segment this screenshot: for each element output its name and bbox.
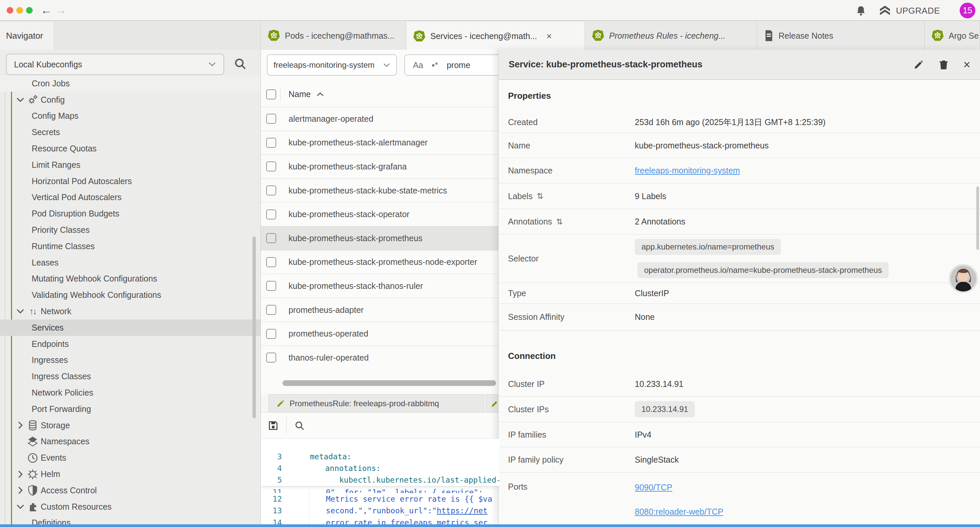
chevron-down-icon[interactable] xyxy=(15,309,26,314)
back-arrow-icon[interactable]: ← xyxy=(41,3,52,17)
tab-release-notes[interactable]: Release Notes xyxy=(757,22,924,50)
table-row[interactable]: kube-prometheus-stack-alertmanager xyxy=(261,131,500,155)
notification-count-badge[interactable]: 15 xyxy=(960,3,975,18)
sidebar-item-leases[interactable]: Leases xyxy=(0,255,261,271)
chevron-right-icon[interactable] xyxy=(15,486,26,495)
chevron-right-icon[interactable] xyxy=(15,421,26,430)
sidebar-item-config-maps[interactable]: Config Maps xyxy=(0,108,261,124)
sidebar-item-access-control[interactable]: Access Control xyxy=(0,482,261,498)
sidebar-item-namespaces[interactable]: Namespaces xyxy=(0,434,261,450)
upgrade-button[interactable]: UPGRADE xyxy=(878,4,940,18)
filter-input[interactable]: Aa ▪* prome xyxy=(404,54,500,76)
minimize-window-button[interactable] xyxy=(16,7,23,14)
sidebar-item-resource-quotas[interactable]: Resource Quotas xyxy=(0,140,261,157)
table-row[interactable]: kube-prometheus-stack-operator xyxy=(261,202,500,226)
sort-updown-icon[interactable]: ⇅ xyxy=(556,217,563,226)
match-case-icon[interactable]: Aa xyxy=(413,61,423,70)
editor-tab-partial[interactable] xyxy=(486,394,500,412)
row-checkbox[interactable] xyxy=(266,233,276,243)
notifications-bell-icon[interactable] xyxy=(854,5,867,18)
row-checkbox[interactable] xyxy=(266,161,276,172)
row-checkbox[interactable] xyxy=(266,257,276,267)
sort-ascending-icon[interactable] xyxy=(316,92,324,97)
tab-navigator[interactable]: Navigator xyxy=(0,22,54,50)
sidebar-item-ingress-classes[interactable]: Ingress Classes xyxy=(0,368,261,385)
tab-services-icecheng-math[interactable]: Services - icecheng@math...× xyxy=(406,22,585,51)
editor-tab-prometheusrule[interactable]: PrometheusRule: freeleaps-prod-rabbitmq xyxy=(269,394,484,412)
edit-pencil-icon[interactable] xyxy=(913,59,924,70)
sidebar-item-ingresses[interactable]: Ingresses xyxy=(0,352,261,369)
name-column-header[interactable]: Name xyxy=(288,89,311,99)
sidebar-item-vertical-pod-autoscalers[interactable]: Vertical Pod Autoscalers xyxy=(0,189,261,206)
table-row[interactable]: kube-prometheus-stack-grafana xyxy=(261,154,500,178)
assistant-avatar[interactable] xyxy=(949,264,978,293)
search-icon[interactable] xyxy=(234,57,247,70)
sidebar-item-definitions[interactable]: Definitions xyxy=(0,515,261,524)
sidebar-item-events[interactable]: Events xyxy=(0,450,261,466)
sidebar-item-config[interactable]: Config xyxy=(0,92,261,108)
sidebar-item-storage[interactable]: Storage xyxy=(0,417,261,434)
save-icon[interactable] xyxy=(267,420,279,431)
table-row[interactable]: prometheus-adapter xyxy=(261,298,500,322)
namespace-link[interactable]: freeleaps-monitoring-system xyxy=(635,166,740,175)
table-row[interactable]: kube-prometheus-stack-prometheus xyxy=(261,226,500,250)
sidebar-item-priority-classes[interactable]: Priority Classes xyxy=(0,222,261,238)
sidebar-item-runtime-classes[interactable]: Runtime Classes xyxy=(0,238,261,255)
table-row[interactable]: thanos-ruler-operated xyxy=(261,345,500,369)
editor-lines: 12Metrics service error rate is {{ $va13… xyxy=(261,493,500,524)
sidebar-item-custom-resources[interactable]: Custom Resources xyxy=(0,498,261,515)
sort-updown-icon[interactable]: ⇅ xyxy=(537,191,543,201)
sidebar-item-secrets[interactable]: Secrets xyxy=(0,124,261,140)
chevron-right-icon[interactable] xyxy=(15,470,26,479)
sidebar-item-validating-webhook-configurations[interactable]: Validating Webhook Configurations xyxy=(0,287,261,303)
select-all-checkbox[interactable] xyxy=(266,89,276,99)
chevron-down-icon[interactable] xyxy=(15,504,26,509)
sidebar-item-endpoints[interactable]: Endpoints xyxy=(0,336,261,352)
row-checkbox[interactable] xyxy=(266,281,276,291)
sidebar-item-port-forwarding[interactable]: Port Forwarding xyxy=(0,401,261,417)
forward-arrow-icon[interactable]: → xyxy=(56,3,67,17)
editor-search-icon[interactable] xyxy=(294,420,305,431)
sidebar-item-network-policies[interactable]: Network Policies xyxy=(0,385,261,401)
row-checkbox[interactable] xyxy=(266,329,276,339)
kubeconfig-select[interactable]: Local Kubeconfigs xyxy=(6,54,224,75)
delete-trash-icon[interactable] xyxy=(939,59,949,70)
sidebar-scrollbar[interactable] xyxy=(253,236,256,418)
sidebar-item-network[interactable]: ↑↓Network xyxy=(0,303,261,320)
port-link[interactable]: 9090/TCP xyxy=(635,482,673,492)
row-checkbox[interactable] xyxy=(266,114,276,124)
sidebar-item-label: Config xyxy=(41,95,65,105)
row-checkbox[interactable] xyxy=(266,138,276,148)
port-link[interactable]: 8080:reloader-web/TCP xyxy=(635,507,723,517)
tab-pods-icecheng-mathmas[interactable]: Pods - icecheng@mathmas... xyxy=(261,22,406,50)
yaml-editor[interactable]: 3metadata:4annotations:5kubectl.kubernet… xyxy=(261,439,500,524)
close-panel-icon[interactable]: × xyxy=(963,59,970,70)
row-checkbox[interactable] xyxy=(266,185,276,196)
sidebar-item-limit-ranges[interactable]: Limit Ranges xyxy=(0,157,261,173)
close-tab-icon[interactable]: × xyxy=(546,31,552,42)
tab-argo-se[interactable]: Argo Se xyxy=(924,22,980,50)
zoom-window-button[interactable] xyxy=(26,7,33,14)
horizontal-scrollbar[interactable] xyxy=(283,380,496,386)
sidebar-item-horizontal-pod-autoscalers[interactable]: Horizontal Pod Autoscalers xyxy=(0,173,261,189)
sidebar-item-helm[interactable]: Helm xyxy=(0,466,261,482)
table-row[interactable]: kube-prometheus-stack-kube-state-metrics xyxy=(261,178,500,202)
sidebar-item-pod-disruption-budgets[interactable]: Pod Disruption Budgets xyxy=(0,205,261,222)
table-row[interactable]: kube-prometheus-stack-thanos-ruler xyxy=(261,274,500,298)
yaml-link[interactable]: https://net xyxy=(437,506,487,515)
row-checkbox[interactable] xyxy=(266,209,276,220)
tab-prometheus-rules-icecheng[interactable]: Prometheus Rules - icecheng... xyxy=(585,22,757,50)
panel-scrollbar[interactable] xyxy=(976,186,979,250)
table-row[interactable]: alertmanager-operated xyxy=(261,107,500,131)
table-row[interactable]: prometheus-operated xyxy=(261,322,500,345)
row-checkbox[interactable] xyxy=(266,305,276,315)
chevron-down-icon[interactable] xyxy=(15,97,26,103)
sidebar-item-mutating-webhook-configurations[interactable]: Mutating Webhook Configurations xyxy=(0,271,261,287)
close-window-button[interactable] xyxy=(7,7,13,14)
sidebar-item-cron-jobs[interactable]: Cron Jobs xyxy=(0,75,261,92)
regex-icon[interactable]: ▪* xyxy=(432,61,438,70)
sidebar-item-services[interactable]: Services xyxy=(0,320,261,336)
table-row[interactable]: kube-prometheus-stack-prometheus-node-ex… xyxy=(261,250,500,274)
row-checkbox[interactable] xyxy=(266,353,276,363)
namespace-select[interactable]: freeleaps-monitoring-system xyxy=(267,54,397,76)
